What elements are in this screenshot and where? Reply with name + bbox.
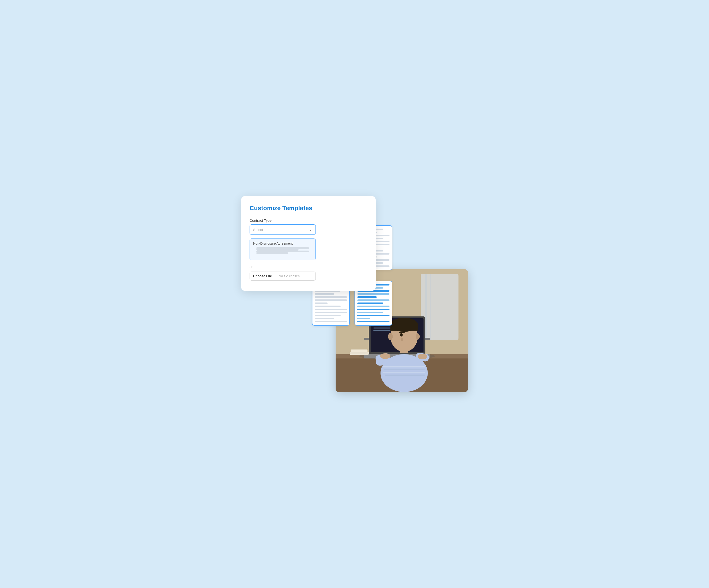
dropdown-menu: Non-Disclosure Agreement (250, 239, 316, 260)
svg-point-28 (418, 354, 427, 359)
tpl-line (357, 296, 377, 298)
svg-point-32 (400, 338, 403, 341)
select-placeholder: Select (253, 228, 263, 232)
svg-rect-18 (383, 372, 425, 373)
svg-rect-19 (385, 374, 425, 376)
tpl-line (315, 312, 347, 313)
page-title: Customize Templates (250, 204, 367, 212)
dropdown-lines-group (253, 245, 312, 257)
svg-rect-2 (425, 274, 427, 340)
tpl-line (315, 309, 347, 310)
tpl-line (357, 315, 390, 316)
scene: Customize Templates Contract Type Select… (241, 196, 468, 392)
file-input[interactable]: Choose File No file chosen (250, 272, 316, 281)
svg-rect-35 (351, 349, 367, 352)
dropdown-line (257, 249, 298, 251)
tpl-line (357, 318, 370, 319)
contract-type-label: Contract Type (250, 219, 367, 222)
svg-rect-23 (390, 325, 418, 331)
tpl-line (315, 306, 341, 307)
tpl-line (315, 300, 347, 301)
contract-type-select[interactable]: Select ⌄ (250, 224, 316, 235)
tpl-line (357, 306, 390, 307)
svg-point-30 (400, 333, 403, 336)
select-wrapper: Select ⌄ (250, 224, 367, 235)
tpl-line (315, 303, 327, 304)
tpl-line (357, 309, 390, 310)
tpl-line (315, 321, 347, 322)
svg-rect-17 (384, 369, 425, 370)
dropdown-item-nda[interactable]: Non-Disclosure Agreement (250, 239, 315, 260)
tpl-line (357, 312, 383, 313)
svg-point-26 (380, 353, 390, 359)
tpl-line (315, 293, 334, 295)
or-divider-text: or (250, 265, 367, 269)
tpl-line (357, 293, 390, 295)
dropdown-line (257, 247, 309, 249)
svg-rect-16 (383, 366, 425, 367)
tpl-line (315, 318, 334, 319)
tpl-line (315, 315, 341, 316)
svg-rect-3 (430, 274, 431, 340)
dropdown-line (257, 251, 309, 252)
choose-file-button[interactable]: Choose File (250, 272, 275, 280)
svg-rect-31 (399, 332, 404, 333)
svg-point-33 (416, 333, 420, 340)
tpl-line (357, 303, 383, 304)
tpl-line (315, 296, 347, 298)
main-card: Customize Templates Contract Type Select… (241, 196, 376, 291)
dropdown-line (257, 252, 288, 254)
tpl-line (357, 300, 390, 301)
dropdown-item-label: Non-Disclosure Agreement (253, 242, 293, 245)
no-file-chosen-text: No file chosen (275, 272, 303, 280)
tpl-line (357, 321, 390, 322)
chevron-down-icon: ⌄ (309, 227, 312, 232)
svg-point-29 (388, 333, 393, 340)
